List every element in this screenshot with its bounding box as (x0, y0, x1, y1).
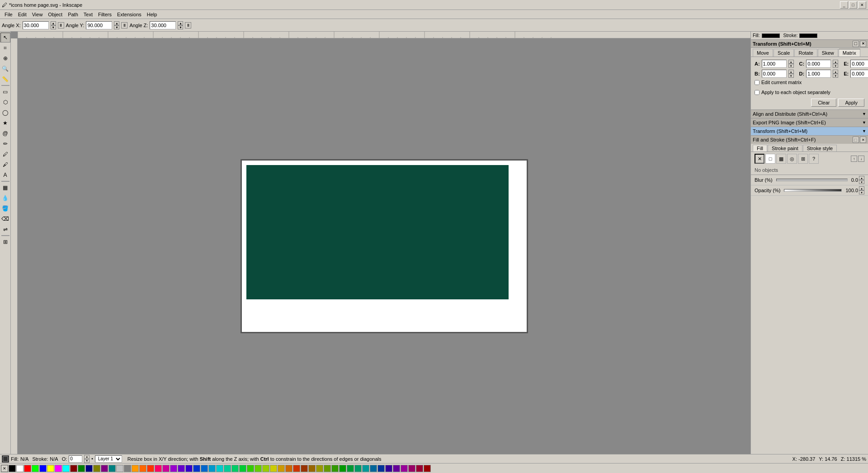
color-swatch[interactable] (162, 465, 170, 472)
color-swatch[interactable] (231, 465, 239, 472)
color-swatch[interactable] (247, 465, 254, 472)
tool-3dbox[interactable]: ⬡ (0, 97, 10, 107)
fill-stroke-header[interactable]: Fill and Stroke (Shift+Ctrl+F) ⬚ ✕ (751, 136, 868, 144)
color-swatch[interactable] (55, 465, 62, 472)
tab-skew[interactable]: Skew (818, 49, 838, 57)
blur-spinner[interactable]: ▲ ▼ (859, 176, 864, 184)
color-swatch[interactable] (270, 465, 277, 472)
angle-z-spinner[interactable]: ▲ ▼ (178, 21, 183, 29)
opacity-spinner[interactable]: ▲ ▼ (859, 186, 864, 194)
maximize-button[interactable]: □ (849, 1, 857, 9)
fill-stroke-float[interactable]: ⬚ (853, 137, 859, 143)
angle-x-lock[interactable]: ⏸ (58, 22, 64, 28)
fill-stroke-tabs[interactable]: Fill Stroke paint Stroke style (751, 144, 868, 152)
color-swatch[interactable] (278, 465, 285, 472)
color-swatch[interactable] (147, 465, 154, 472)
opacity-up[interactable]: ▲ (859, 186, 864, 190)
blur-slider[interactable] (776, 179, 848, 181)
matrix-b-up[interactable]: ▲ (788, 70, 794, 74)
tool-connector[interactable]: ⇌ (0, 224, 10, 234)
tool-calligraphy[interactable]: 🖋 (0, 160, 10, 170)
statusbar-opacity-input[interactable] (69, 455, 82, 463)
tab-fill[interactable]: Fill (753, 145, 767, 151)
tab-stroke-style[interactable]: Stroke style (803, 145, 837, 151)
color-swatch[interactable] (93, 465, 100, 472)
tool-spiral[interactable]: @ (0, 128, 10, 138)
matrix-d-down[interactable]: ▼ (833, 74, 838, 78)
color-swatch[interactable] (354, 465, 362, 472)
fill-up-button[interactable]: ↑ (851, 156, 857, 162)
tool-eraser[interactable]: ⌫ (0, 214, 10, 224)
color-swatch[interactable] (301, 465, 308, 472)
angle-x-spinner[interactable]: ▲ ▼ (51, 21, 56, 29)
menu-file[interactable]: File (2, 11, 15, 18)
menu-edit[interactable]: Edit (15, 11, 29, 18)
color-swatch[interactable] (208, 465, 216, 472)
fill-radial-button[interactable]: ◎ (787, 154, 797, 164)
angle-y-lock[interactable]: ⏸ (121, 22, 127, 28)
window-controls[interactable]: _ □ ✕ (840, 1, 866, 9)
clear-button[interactable]: Clear (811, 99, 836, 107)
matrix-a-input[interactable] (762, 60, 787, 68)
angle-x-input[interactable] (23, 21, 49, 29)
color-swatch[interactable] (255, 465, 262, 472)
edit-matrix-checkbox[interactable] (755, 80, 760, 85)
fill-none-button[interactable]: ✕ (755, 154, 764, 164)
color-swatch[interactable] (47, 465, 54, 472)
color-swatch[interactable] (285, 465, 292, 472)
matrix-c-input[interactable] (806, 60, 831, 68)
transform-float-button[interactable]: ⬚ (853, 41, 859, 47)
matrix-c-down[interactable]: ▼ (833, 64, 838, 68)
tab-move[interactable]: Move (753, 49, 773, 57)
color-swatch[interactable] (101, 465, 108, 472)
angle-y-spinner[interactable]: ▲ ▼ (114, 21, 119, 29)
fill-down-button[interactable]: ↓ (858, 156, 864, 162)
color-swatch[interactable] (216, 465, 223, 472)
minimize-button[interactable]: _ (840, 1, 848, 9)
tool-tweak[interactable]: ⊕ (0, 53, 10, 63)
color-swatch[interactable] (370, 465, 377, 472)
blur-down[interactable]: ▼ (859, 180, 864, 184)
canvas-content[interactable] (18, 38, 750, 454)
fill-unknown-button[interactable]: ? (809, 154, 819, 164)
tool-ellipse[interactable]: ◯ (0, 108, 10, 118)
opacity-slider[interactable] (784, 189, 842, 192)
color-swatch[interactable] (308, 465, 316, 472)
matrix-d-spinner[interactable]: ▲ ▼ (833, 70, 838, 78)
color-swatch[interactable] (362, 465, 369, 472)
canvas-area[interactable] (11, 32, 750, 454)
color-none-swatch[interactable]: ✕ (1, 465, 8, 472)
tool-rect[interactable]: ▭ (0, 87, 10, 97)
matrix-b-down[interactable]: ▼ (788, 74, 794, 78)
tool-pen[interactable]: 🖊 (0, 149, 10, 159)
color-swatch[interactable] (185, 465, 193, 472)
transform-tabs[interactable]: Move Scale Rotate Skew Matrix (751, 48, 868, 57)
tool-dropper[interactable]: 💧 (0, 193, 10, 203)
tool-node[interactable]: ⌗ (0, 43, 10, 53)
angle-y-input[interactable] (86, 21, 112, 29)
tool-pencil[interactable]: ✏ (0, 139, 10, 149)
color-swatch[interactable] (32, 465, 39, 472)
color-swatch[interactable] (424, 465, 431, 472)
layer-selector[interactable]: Layer 1 (95, 455, 122, 463)
color-swatch[interactable] (201, 465, 208, 472)
fill-stroke-close[interactable]: ✕ (860, 137, 866, 143)
angle-y-up[interactable]: ▲ (114, 21, 119, 25)
apply-button[interactable]: Apply (838, 99, 864, 107)
color-swatch[interactable] (401, 465, 408, 472)
matrix-d-up[interactable]: ▲ (833, 70, 838, 74)
matrix-d-input[interactable] (806, 70, 831, 78)
color-swatch[interactable] (347, 465, 354, 472)
tool-transform[interactable]: ⊞ (0, 237, 10, 247)
matrix-f-input[interactable] (850, 70, 868, 78)
apply-each-checkbox[interactable] (755, 90, 760, 95)
color-swatch[interactable] (377, 465, 385, 472)
tool-zoom[interactable]: 🔍 (0, 64, 10, 74)
fill-linear-button[interactable]: ▦ (776, 154, 786, 164)
transform-close-button[interactable]: ✕ (860, 41, 866, 47)
statusbar-opacity-down[interactable]: ▼ (84, 459, 90, 463)
align-distribute-header[interactable]: Align and Distribute (Shift+Ctrl+A) ▼ (751, 110, 868, 118)
menu-path[interactable]: Path (65, 11, 81, 18)
tab-scale[interactable]: Scale (774, 49, 794, 57)
tab-stroke-paint[interactable]: Stroke paint (768, 145, 802, 151)
